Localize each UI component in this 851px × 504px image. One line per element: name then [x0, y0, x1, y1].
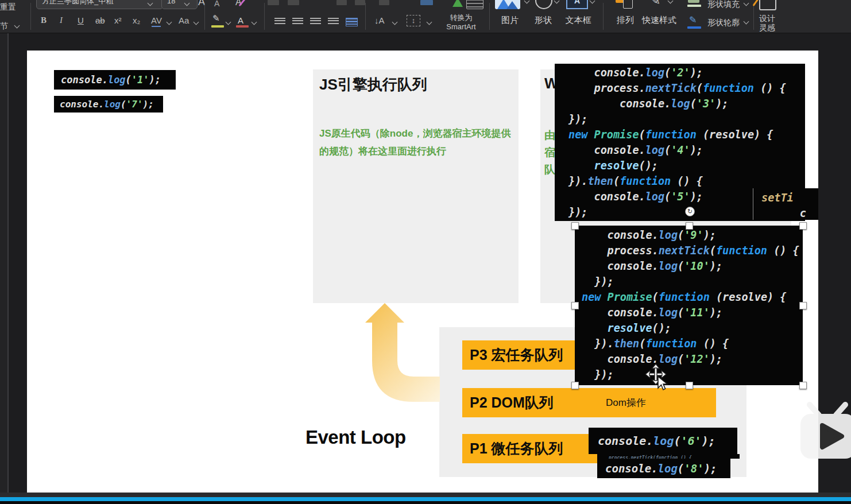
superscript-button[interactable]: x² — [114, 15, 122, 25]
section-button[interactable]: 节 — [0, 21, 8, 31]
code-snippet-log8[interactable]: console.log('8'); — [597, 459, 730, 478]
design-ideas-label-1: 设计 — [751, 14, 783, 23]
code-block-settimeout-peek[interactable]: setTi c — [753, 188, 818, 220]
js-engine-queue-title: JS引擎执行队列 — [319, 75, 427, 95]
dom-operation-note: Dom操作 — [606, 396, 646, 409]
design-ideas-icon[interactable] — [759, 0, 776, 10]
selection-handle-top-right[interactable] — [799, 222, 807, 230]
arrange-button[interactable]: 排列 — [608, 15, 643, 26]
line-spacing-icon[interactable] — [379, 0, 389, 5]
highlighter-chevron-icon[interactable] — [226, 20, 231, 25]
video-progress-bar[interactable] — [0, 497, 851, 501]
picture-button[interactable]: 图片 — [492, 15, 528, 26]
arrange-icon-back — [623, 0, 633, 9]
align-center-icon[interactable] — [292, 18, 303, 25]
shape-fill-bucket-icon[interactable] — [688, 0, 699, 3]
convert-to-smartart-label-2: SmartArt — [440, 22, 482, 32]
subscript-button[interactable]: x₂ — [133, 15, 140, 25]
text-box-icon[interactable]: A — [566, 0, 588, 9]
selection-handle-top-left[interactable] — [571, 222, 579, 230]
font-name-combobox[interactable]: 方正兰亭圆简体_中粗 — [36, 0, 163, 9]
video-play-watermark-icon[interactable] — [799, 400, 851, 468]
ribbon-divider — [489, 3, 490, 30]
align-text-chevron-icon[interactable] — [427, 20, 432, 25]
align-left-icon[interactable] — [274, 18, 285, 25]
selection-handle-bottom-right[interactable] — [799, 382, 807, 389]
section-chevron-icon[interactable] — [14, 23, 20, 29]
selection-handle-bottom-middle[interactable] — [686, 382, 693, 389]
pane-divider[interactable] — [7, 33, 9, 493]
text-box-chevron-icon[interactable] — [590, 0, 595, 3]
smartart-list-icon[interactable] — [466, 0, 483, 9]
selection-handle-top-middle[interactable] — [686, 222, 693, 230]
bullets-icon[interactable] — [268, 0, 279, 5]
justify-icon[interactable] — [328, 18, 339, 25]
shapes-chevron-icon[interactable] — [554, 0, 560, 3]
ribbon-divider — [30, 3, 31, 30]
shape-fill-swatch — [687, 5, 701, 7]
code-snippet-hidden-line[interactable]: process.nextTick(function () { — [597, 454, 740, 459]
slide-canvas[interactable]: JS引擎执行队列 JS原生代码（除node，浏览器宿主环境提供 的规范）将在这里… — [27, 51, 818, 493]
code-snippet-log7[interactable]: console.log('7'); — [54, 96, 163, 113]
shrink-font-button[interactable]: A — [214, 0, 219, 9]
shape-fill-chevron-icon[interactable] — [744, 1, 749, 6]
text-highlight-cut-icon[interactable] — [420, 0, 433, 5]
rotation-handle[interactable]: ↻ — [685, 207, 695, 216]
bold-button[interactable]: B — [41, 15, 47, 25]
underline-button[interactable]: U — [78, 15, 84, 25]
text-direction-icon[interactable]: ↓A — [374, 15, 385, 26]
shapes-icon[interactable] — [535, 0, 552, 9]
convert-to-smartart-button[interactable]: 转换为 SmartArt — [440, 13, 482, 32]
align-right-icon[interactable] — [310, 18, 321, 25]
decrease-indent-icon[interactable] — [336, 0, 347, 5]
change-case-button[interactable]: Aa — [179, 15, 189, 25]
smartart-triangle-icon[interactable] — [452, 0, 463, 7]
mouse-cursor — [644, 363, 676, 395]
quick-styles-icon[interactable]: ✎ — [650, 0, 660, 6]
shape-outline-pencil-icon[interactable]: ✎ — [689, 15, 697, 25]
align-text-icon[interactable]: ↕ — [407, 15, 420, 26]
strikethrough-button[interactable]: ab — [95, 15, 105, 25]
font-size-combobox[interactable]: 18 — [161, 0, 198, 9]
event-loop-arrow[interactable] — [345, 296, 459, 410]
design-ideas-button[interactable]: 设计 灵感 — [751, 14, 783, 32]
shape-outline-chevron-icon[interactable] — [744, 19, 749, 25]
picture-chevron-icon[interactable] — [524, 0, 530, 3]
page-bottom-strip — [0, 501, 851, 504]
code-block-9-to-12-selected[interactable]: console.log('9'); process.nextTick(funct… — [575, 226, 803, 385]
shape-outline-button[interactable]: 形状轮廓 — [707, 17, 740, 28]
selection-handle-middle-left[interactable] — [571, 302, 579, 309]
font-color-swatch — [236, 25, 249, 28]
code-snippet-log6[interactable]: console.log('6'); — [589, 428, 737, 454]
quick-styles-button[interactable]: 快速样式 — [641, 15, 677, 26]
reset-button[interactable]: 重置 — [0, 2, 16, 12]
character-spacing-button[interactable]: AV — [151, 15, 162, 25]
quick-styles-chevron-icon[interactable] — [668, 0, 674, 3]
ribbon-divider — [204, 3, 205, 30]
text-box-button[interactable]: 文本框 — [560, 15, 596, 26]
numbering-icon[interactable] — [288, 0, 299, 5]
shape-fill-button[interactable]: 形状填充 — [707, 0, 740, 9]
italic-button[interactable]: I — [60, 15, 63, 25]
js-engine-queue-panel[interactable]: JS引擎执行队列 JS原生代码（除node，浏览器宿主环境提供 的规范）将在这里… — [313, 69, 519, 303]
change-case-chevron-icon[interactable] — [194, 20, 199, 25]
font-color-chevron-icon[interactable] — [252, 20, 257, 25]
picture-icon[interactable] — [495, 0, 520, 9]
selection-handle-middle-right[interactable] — [799, 302, 807, 309]
selection-handle-bottom-left[interactable] — [571, 382, 579, 389]
text-direction-chevron-icon[interactable] — [392, 20, 398, 25]
font-color-button[interactable]: A — [238, 15, 243, 25]
highlighter-icon[interactable]: ✎ — [212, 13, 220, 24]
code-snippet-log1[interactable]: console.log('1'); — [54, 70, 176, 90]
shapes-button[interactable]: 形状 — [525, 15, 561, 26]
event-loop-title: Event Loop — [305, 427, 406, 448]
ribbon-divider — [603, 3, 604, 30]
p2-dom-queue-bar[interactable]: P2 DOM队列 Dom操作 — [462, 388, 716, 417]
character-spacing-chevron-icon[interactable] — [167, 20, 172, 25]
p1-label: P1 微任务队列 — [470, 439, 563, 458]
convert-to-smartart-label-1: 转换为 — [440, 13, 482, 22]
character-spacing-arrows-icon — [152, 26, 161, 27]
ribbon-divider — [365, 3, 366, 30]
distribute-text-icon[interactable] — [346, 18, 358, 26]
increase-indent-icon[interactable] — [355, 0, 365, 5]
